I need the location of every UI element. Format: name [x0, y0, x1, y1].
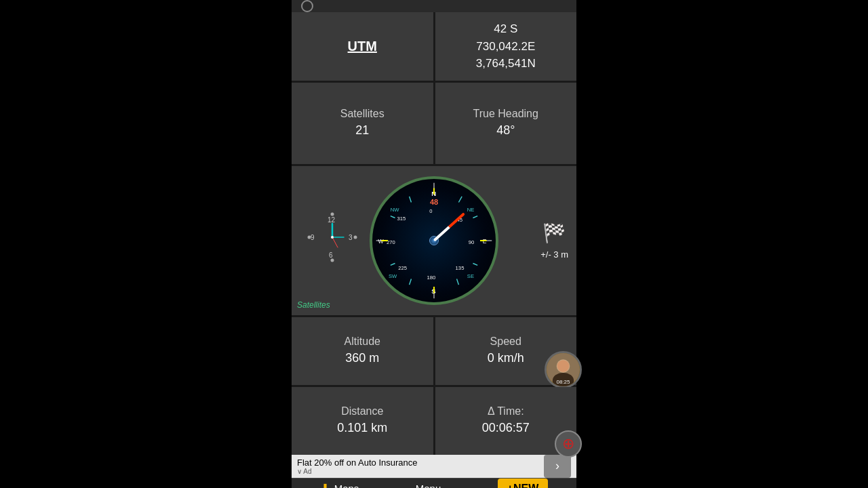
svg-line-42	[391, 216, 395, 218]
distance-cell: Distance 0.101 km	[292, 387, 433, 455]
svg-line-33	[458, 196, 462, 202]
coordinates-value: 42 S 730,042.2E 3,764,541N	[476, 20, 536, 73]
ad-arrow-button[interactable]: ›	[544, 455, 571, 478]
altitude-cell: Altitude 360 m	[292, 317, 433, 385]
true-heading-label: True Heading	[473, 107, 538, 121]
bottom-nav: ⬇ Maps Menu +NEW	[292, 478, 576, 489]
menu-button[interactable]: Menu	[416, 483, 441, 488]
svg-line-10	[332, 237, 338, 247]
true-heading-value: 48°	[496, 123, 515, 138]
svg-line-40	[391, 263, 395, 265]
speed-label: Speed	[490, 335, 521, 349]
clock-svg: 12 3 6 9	[305, 210, 359, 264]
maps-button[interactable]: ⬇ Maps	[320, 481, 359, 489]
compass-heading-display: 48	[430, 198, 438, 206]
svg-line-34	[473, 216, 477, 218]
svg-text:90: 90	[469, 239, 475, 245]
delta-time-value: 00:06:57	[482, 420, 530, 436]
phone-frame: UTM 42 S 730,042.2E 3,764,541N Satellite…	[292, 0, 576, 488]
satellites-label: Satellites	[340, 107, 384, 121]
svg-text:225: 225	[398, 265, 407, 271]
menu-label: Menu	[416, 483, 441, 488]
svg-text:315: 315	[397, 216, 406, 222]
coordinates-cell: 42 S 730,042.2E 3,764,541N	[435, 12, 577, 81]
ad-content: Flat 20% off on Auto Insurance ∨ Ad	[297, 458, 538, 475]
clock-area: 12 3 6 9	[305, 210, 366, 271]
delta-time-cell: Δ Time: 00:06:57 ⊕	[435, 387, 577, 455]
ad-text: Flat 20% off on Auto Insurance	[297, 458, 538, 468]
compass: N E S W NE SE SW NW 0 45 90 135 180 225	[370, 176, 498, 305]
altitude-label: Altitude	[344, 335, 380, 349]
svg-point-3	[354, 235, 357, 239]
accuracy-icon: 🏁	[542, 222, 566, 244]
ad-bar: Flat 20% off on Auto Insurance ∨ Ad ›	[292, 455, 576, 478]
svg-text:0: 0	[429, 207, 432, 214]
svg-line-36	[473, 263, 477, 265]
svg-text:SE: SE	[467, 272, 474, 279]
true-heading-cell: True Heading 48°	[435, 83, 577, 164]
altitude-value: 360 m	[345, 350, 379, 366]
delta-time-label: Δ Time:	[488, 405, 524, 419]
svg-point-47	[557, 360, 570, 372]
record-dot	[301, 0, 313, 12]
avatar: 08:25	[545, 351, 582, 388]
svg-line-37	[457, 279, 459, 285]
svg-point-1	[331, 258, 334, 262]
speed-value: 0 km/h	[488, 350, 524, 366]
status-bar	[292, 0, 576, 12]
svg-text:6: 6	[329, 251, 333, 259]
accuracy-panel: 🏁 +/- 3 m	[540, 222, 568, 260]
speed-cell: Speed 0 km/h 08:25	[435, 317, 577, 385]
svg-line-39	[410, 279, 412, 285]
new-button[interactable]: +NEW	[498, 479, 549, 489]
svg-line-43	[410, 196, 412, 202]
compass-cell: 12 3 6 9	[292, 166, 576, 315]
svg-text:3: 3	[349, 234, 353, 241]
svg-point-0	[331, 212, 334, 216]
maps-icon: ⬇	[320, 481, 330, 489]
avatar-time: 08:25	[556, 379, 570, 385]
ad-label: ∨ Ad	[297, 468, 538, 475]
svg-text:NE: NE	[467, 206, 475, 212]
svg-text:12: 12	[328, 216, 336, 224]
svg-point-11	[331, 236, 334, 239]
distance-value: 0.101 km	[337, 420, 387, 436]
satellites-value: 21	[355, 123, 369, 138]
svg-text:9: 9	[311, 234, 315, 241]
satellites-cell: Satellites 21	[292, 83, 433, 164]
svg-text:180: 180	[427, 274, 435, 281]
distance-label: Distance	[341, 405, 383, 419]
utm-cell[interactable]: UTM	[292, 12, 433, 81]
satellites-link[interactable]: Satellites	[297, 300, 330, 310]
svg-text:135: 135	[456, 265, 465, 271]
utm-label: UTM	[348, 39, 377, 54]
svg-text:270: 270	[387, 239, 395, 245]
accuracy-text: +/- 3 m	[540, 249, 568, 260]
maps-label: Maps	[334, 483, 359, 488]
svg-text:NW: NW	[391, 206, 400, 212]
steering-icon: ⊕	[555, 430, 582, 458]
svg-text:SW: SW	[389, 272, 397, 279]
main-grid: UTM 42 S 730,042.2E 3,764,541N Satellite…	[292, 12, 576, 455]
